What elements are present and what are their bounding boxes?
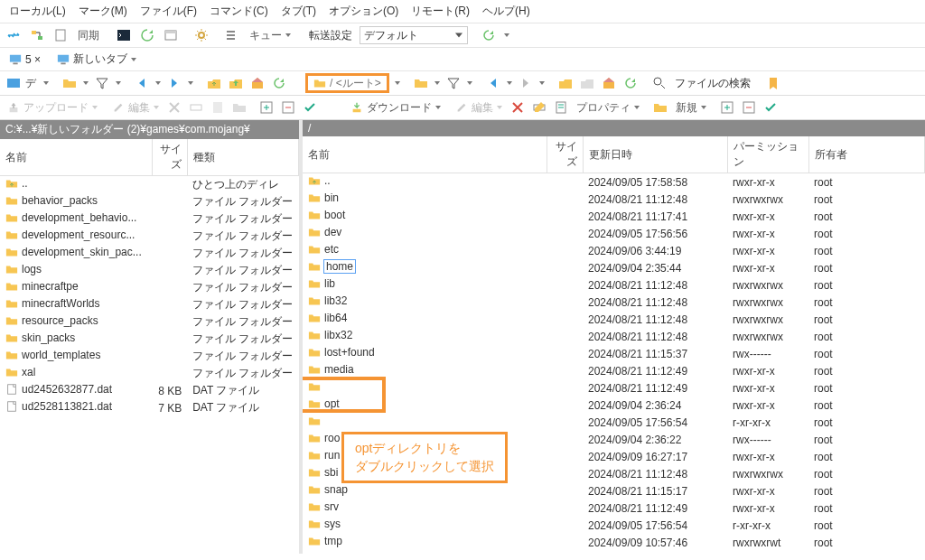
remote-up-folder-icon[interactable] [556,73,575,93]
table-row[interactable]: ud2528113821.dat7 KBDAT ファイル [0,399,299,416]
new-button[interactable]: 新規 [672,98,710,117]
local-filter-icon[interactable] [92,73,112,93]
local-minus-icon[interactable] [278,98,298,117]
table-row[interactable]: lib2024/08/21 11:12:48rwxrwxrwxroot [303,276,925,294]
local-drive-icon[interactable] [4,73,23,93]
table-row[interactable]: development_behavio...ファイル フォルダー [0,210,299,228]
table-row[interactable]: media2024/08/21 11:12:49rwxr-xr-xroot [303,362,925,379]
new-tab-button[interactable]: 新しいタブ [51,50,142,69]
table-row[interactable]: snap2024/08/21 11:15:17rwxr-xr-xroot [303,482,925,499]
local-listing[interactable]: 名前サイズ種類 ..ひとつ上のディレbehavior_packsファイル フォル… [0,139,299,554]
remote-fwd-dropdown[interactable] [537,81,547,85]
local-up-folder-icon[interactable] [204,73,224,93]
sync-files-icon[interactable] [27,25,47,45]
menu-item[interactable]: ヘルプ(H) [482,4,530,19]
local-filter-dropdown[interactable] [114,81,123,85]
remote-open-folder-icon[interactable] [411,73,431,93]
remote-listing[interactable]: 名前サイズ更新日時パーミッション所有者 ..2024/09/05 17:58:5… [303,136,925,554]
table-row[interactable]: libx322024/08/21 11:12:48rwxrwxrwxroot [303,328,925,345]
browse-icon[interactable] [161,25,181,45]
gear-icon[interactable] [192,25,211,45]
upload-button[interactable]: アップロード [4,98,101,117]
property-button[interactable]: プロパティ [573,98,643,117]
column-header[interactable]: パーミッション [727,136,808,173]
remote-filter-icon[interactable] [444,73,463,93]
remote-delete-icon[interactable] [508,98,528,117]
menu-item[interactable]: オプション(O) [329,4,398,19]
table-row[interactable]: lib322024/08/21 11:12:48rwxrwxrwxroot [303,294,925,311]
remote-fwd-icon[interactable] [516,73,536,93]
table-row[interactable]: 2024/08/21 11:12:49rwxr-xr-xroot [303,379,925,397]
remote-home-icon[interactable] [599,73,619,93]
table-row[interactable]: resource_packsファイル フォルダー [0,313,299,331]
local-prop-icon[interactable] [208,98,228,117]
column-header[interactable]: サイズ [152,139,187,176]
download-button[interactable]: ダウンロード [347,98,444,117]
local-home-icon[interactable] [248,73,267,93]
menu-item[interactable]: タブ(T) [281,4,316,19]
local-fwd-dropdown[interactable] [186,81,195,85]
local-drive-dropdown[interactable] [42,81,51,85]
column-header[interactable]: 所有者 [808,136,925,173]
table-row[interactable]: development_skin_pac...ファイル フォルダー [0,245,299,262]
local-open-folder-icon[interactable] [60,73,79,93]
local-open-folder-dropdown[interactable] [81,81,90,85]
local-refresh-icon[interactable] [269,73,289,93]
toolbar-more-dropdown[interactable] [502,33,511,37]
local-newfolder-icon[interactable] [229,98,249,117]
column-header[interactable]: 更新日時 [583,136,727,173]
remote-path-box[interactable]: / <ルート> [305,73,389,93]
table-row[interactable]: lost+found2024/08/21 11:15:37rwx------ro… [303,345,925,362]
table-row[interactable]: minecraftWorldsファイル フォルダー [0,296,299,313]
column-header[interactable]: 種類 [187,139,298,176]
menu-item[interactable]: コマンド(C) [210,4,268,19]
table-row[interactable]: etc2024/09/06 3:44:19rwxr-xr-xroot [303,242,925,259]
local-up-level-icon[interactable] [226,73,246,93]
table-row[interactable]: minecraftpeファイル フォルダー [0,279,299,296]
local-rename-icon[interactable] [186,98,206,117]
table-row[interactable]: bin2024/08/21 11:12:48rwxrwxrwxroot [303,191,925,208]
sync-remote-icon[interactable] [137,25,157,45]
queue-icon[interactable] [222,25,242,45]
local-fwd-icon[interactable] [164,73,184,93]
sync-one-way-icon[interactable] [4,25,23,45]
table-row[interactable]: logsファイル フォルダー [0,262,299,279]
table-row[interactable]: 2024/09/05 17:56:54r-xr-xr-xroot [303,414,925,431]
local-check-icon[interactable] [300,98,320,117]
console-icon[interactable] [114,25,134,45]
local-plus-icon[interactable] [257,98,276,117]
local-back-icon[interactable] [132,73,152,93]
page-icon[interactable] [51,25,70,45]
local-delete-icon[interactable] [164,98,184,117]
table-row[interactable]: ..ひとつ上のディレ [0,176,299,194]
table-row[interactable]: ud2452632877.dat8 KBDAT ファイル [0,382,299,399]
session-tab[interactable]: 5 × [4,51,46,68]
column-header[interactable]: 名前 [0,139,152,176]
remote-check-icon[interactable] [761,98,780,117]
table-row[interactable]: tmp2024/09/09 10:57:46rwxrwxrwtroot [303,534,925,551]
table-row[interactable]: xalファイル フォルダー [0,365,299,382]
transfer-select[interactable]: デフォルト [360,26,468,44]
table-row[interactable]: ..2024/09/05 17:58:58rwxr-xr-xroot [303,173,925,191]
sync-button[interactable]: 同期 [74,26,103,45]
menu-item[interactable]: ローカル(L) [9,4,66,19]
remote-open-folder-dropdown[interactable] [433,81,442,85]
remote-plus-icon[interactable] [717,98,737,117]
table-row[interactable]: development_resourc...ファイル フォルダー [0,228,299,245]
bookmark-icon[interactable] [763,73,783,93]
search-icon[interactable] [649,73,669,93]
table-row[interactable]: behavior_packsファイル フォルダー [0,193,299,210]
table-row[interactable]: home2024/09/04 2:35:44rwxr-xr-xroot [303,259,925,276]
remote-back-icon[interactable] [483,73,503,93]
remote-refresh-icon[interactable] [621,73,640,93]
table-row[interactable]: srv2024/08/21 11:12:49rwxr-xr-xroot [303,499,925,517]
menu-item[interactable]: ファイル(F) [140,4,197,19]
table-row[interactable]: boot2024/08/21 11:17:41rwxr-xr-xroot [303,208,925,225]
remote-back-dropdown[interactable] [505,81,514,85]
remote-edit-button[interactable]: 編集 [452,98,506,117]
remote-filter-dropdown[interactable] [465,81,474,85]
table-row[interactable]: dev2024/09/05 17:56:56rwxr-xr-xroot [303,225,925,242]
local-path-bar[interactable]: C:¥...¥新しいフォルダー (2)¥games¥com.mojang¥ [0,120,299,139]
refresh-transfer-icon[interactable] [479,25,499,45]
remote-path-bar[interactable]: / [303,120,925,136]
